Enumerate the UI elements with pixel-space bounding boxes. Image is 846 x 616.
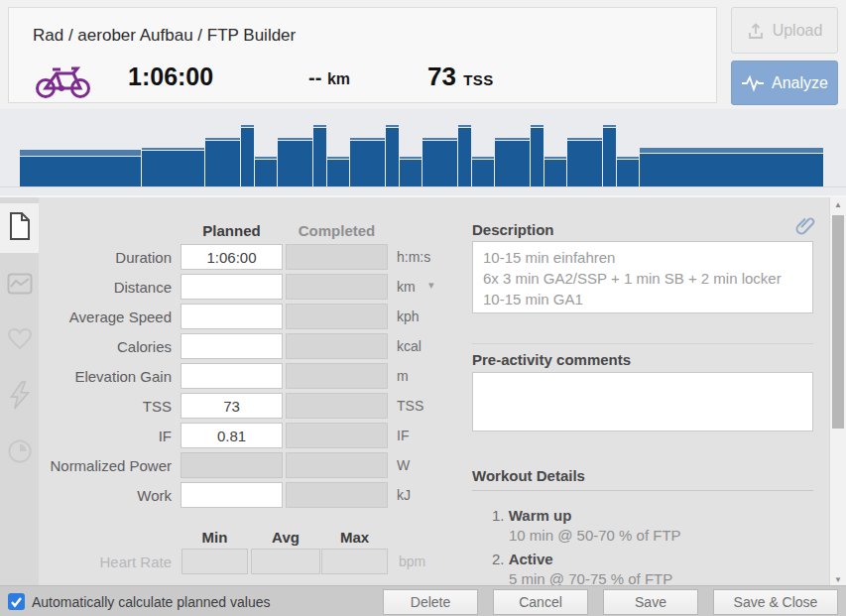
- unit-label: kJ: [397, 487, 411, 503]
- vertical-scrollbar[interactable]: ▲ ▼: [829, 197, 846, 587]
- workout-segment-bar-cap: [640, 148, 823, 154]
- completed-input: [286, 393, 388, 419]
- delete-button[interactable]: Delete: [383, 589, 478, 615]
- workout-segment-bar: [603, 125, 616, 186]
- workout-profile-chart: [0, 109, 846, 195]
- analyze-button[interactable]: Analyze: [731, 61, 838, 105]
- planned-input[interactable]: [181, 393, 283, 419]
- planned-input[interactable]: [181, 482, 283, 508]
- form-row-calories: Calorieskcal: [0, 332, 466, 362]
- workout-segment-bar: [531, 125, 544, 186]
- workout-segment-bar: [205, 138, 240, 186]
- unit-label: kcal: [397, 338, 422, 354]
- completed-input: [286, 363, 388, 389]
- workout-segment-bar-cap: [495, 138, 530, 141]
- completed-input: [286, 244, 388, 270]
- workout-segment-bar: [567, 138, 602, 186]
- planned-input[interactable]: [181, 304, 283, 329]
- scrollbar-thumb[interactable]: [832, 215, 844, 429]
- scroll-down-arrow[interactable]: ▼: [830, 575, 846, 584]
- unit-label: kph: [397, 308, 420, 324]
- workout-segment-bar-cap: [327, 157, 349, 160]
- workout-segment-bar: [255, 157, 277, 186]
- workout-segment-bar-cap: [142, 148, 204, 151]
- bike-icon: [35, 62, 92, 99]
- avg-header: Avg: [251, 529, 320, 546]
- right-panel: Description 10-15 min einfahren 6x 3 min…: [472, 197, 813, 587]
- unit-dropdown-arrow-icon[interactable]: ▾: [428, 279, 434, 292]
- completed-input: [286, 333, 388, 359]
- footer-bar: Automatically calculate planned values D…: [0, 585, 846, 616]
- heart-rate-avg-input[interactable]: [251, 549, 320, 574]
- paperclip-icon[interactable]: [795, 215, 815, 235]
- heart-rate-label: Heart Rate: [0, 554, 172, 570]
- description-textarea[interactable]: 10-15 min einfahren 6x 3 min GA2/SSP + 1…: [472, 241, 813, 313]
- workout-segment-bar: [327, 157, 349, 186]
- save-close-button[interactable]: Save & Close: [713, 589, 838, 615]
- planned-input[interactable]: [181, 244, 283, 270]
- stat-tss: 73 TSS: [427, 62, 494, 92]
- planned-input[interactable]: [181, 452, 283, 478]
- min-header: Min: [181, 529, 248, 546]
- max-header: Max: [321, 529, 388, 546]
- workout-segment-bar-cap: [617, 157, 639, 160]
- workout-segment-bar: [313, 125, 326, 186]
- planned-input[interactable]: [181, 333, 283, 359]
- pre-activity-textarea[interactable]: [472, 372, 813, 431]
- unit-label: IF: [397, 428, 409, 443]
- workout-segment-bar: [640, 148, 823, 186]
- form-row-distance: Distancekm▾: [0, 273, 466, 303]
- panel-divider: [472, 343, 813, 344]
- planned-input[interactable]: [181, 363, 283, 389]
- stat-distance-value: --: [308, 66, 321, 88]
- workout-details-rule: [472, 490, 813, 491]
- auto-calculate-label: Automatically calculate planned values: [32, 594, 270, 610]
- field-label: Distance: [0, 279, 172, 296]
- unit-label: m: [397, 368, 409, 384]
- workout-segment-bar-cap: [423, 138, 457, 141]
- planned-input[interactable]: [181, 423, 283, 448]
- description-label: Description: [472, 221, 554, 238]
- workout-segment-bar: [472, 157, 494, 186]
- workout-segment-bar: [241, 125, 254, 186]
- scroll-up-arrow[interactable]: ▲: [830, 200, 846, 209]
- workout-segment-bar-cap: [531, 125, 544, 128]
- workout-segment-bar-cap: [255, 157, 277, 160]
- workout-segment-bar-cap: [241, 125, 254, 128]
- unit-label: km: [397, 279, 416, 295]
- pre-activity-label: Pre-activity comments: [472, 351, 631, 368]
- heart-rate-min-input[interactable]: [181, 549, 248, 574]
- save-button[interactable]: Save: [603, 589, 698, 615]
- upload-button[interactable]: Upload: [731, 7, 838, 54]
- stat-tss-value: 73: [427, 62, 456, 91]
- stat-tss-unit: TSS: [463, 71, 494, 88]
- unit-label: h:m:s: [397, 249, 430, 265]
- workout-segment-bar: [20, 150, 141, 186]
- summary-page-icon[interactable]: [7, 211, 33, 241]
- workout-profile-bars: [20, 125, 823, 186]
- header-section: Rad / aerober Aufbau / FTP Builder 1:06:…: [0, 0, 846, 109]
- workout-segment-bar-cap: [544, 157, 566, 160]
- heart-rate-unit: bpm: [399, 554, 425, 569]
- workout-title: Rad / aerober Aufbau / FTP Builder: [33, 26, 296, 46]
- planned-input[interactable]: [181, 274, 283, 300]
- workout-step-detail: 10 min @ 50-70 % of FTP: [509, 527, 809, 544]
- completed-input: [286, 304, 388, 329]
- workout-stats: 1:06:00 -- km 73 TSS: [33, 58, 697, 101]
- workout-segment-bar-cap: [603, 125, 616, 128]
- cancel-button[interactable]: Cancel: [493, 589, 588, 615]
- workout-segment-bar-cap: [458, 125, 471, 128]
- upload-icon: [747, 22, 765, 40]
- workout-segment-bar-cap: [386, 125, 399, 128]
- stat-distance-unit: km: [327, 70, 350, 87]
- stat-duration: 1:06:00: [128, 62, 213, 91]
- heart-rate-row: Heart Rate bpm: [0, 548, 466, 577]
- workout-segment-bar: [386, 125, 399, 186]
- workout-segment-bar: [278, 138, 312, 186]
- auto-calculate-checkbox[interactable]: [8, 593, 25, 610]
- form-rows: Durationh:m:sDistancekm▾Average Speedkph…: [0, 243, 466, 511]
- workout-segment-bar: [458, 125, 471, 186]
- field-label: Normalized Power: [0, 457, 172, 474]
- unit-label: W: [397, 457, 410, 473]
- heart-rate-max-input[interactable]: [321, 549, 388, 574]
